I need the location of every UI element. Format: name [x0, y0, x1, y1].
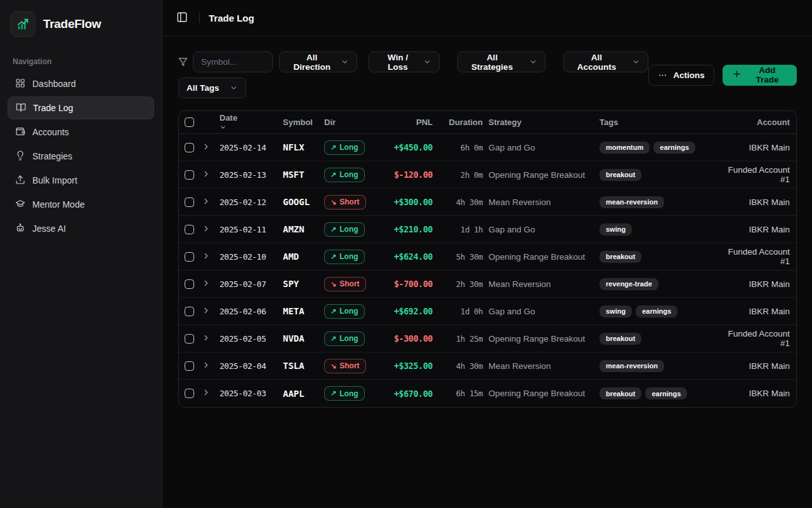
row-checkbox[interactable]: [185, 252, 194, 262]
table-row[interactable]: 2025-02-04 TSLA ↘Short +$325.00 4h 30m M…: [179, 352, 796, 380]
row-checkbox[interactable]: [185, 334, 194, 344]
chevron-right-icon: [202, 224, 211, 235]
sidebar-item-accounts[interactable]: Accounts: [8, 121, 154, 144]
accounts-filter-dropdown[interactable]: All Accounts: [563, 51, 649, 72]
row-expand-button[interactable]: [202, 142, 211, 153]
row-pnl: +$624.00: [381, 251, 437, 262]
graduation-cap-icon: [15, 199, 25, 211]
trade-table-header: Date Symbol Dir PNL Duration Strategy Ta…: [179, 111, 796, 134]
row-tags: breakout: [595, 333, 726, 345]
row-strategy: Mean Reversion: [483, 361, 595, 371]
row-expand-button[interactable]: [202, 197, 211, 208]
sidebar-item-label: Accounts: [32, 127, 69, 137]
direction-badge: ↗Long: [324, 222, 365, 237]
row-symbol: SPY: [283, 279, 324, 289]
tag-pill: earnings: [645, 387, 687, 399]
sidebar-item-label: Jesse AI: [32, 224, 66, 234]
direction-filter-dropdown[interactable]: All Direction: [279, 51, 357, 72]
row-checkbox[interactable]: [185, 225, 194, 234]
filter-row-2: All Tags: [178, 77, 648, 98]
brand: TradeFlow: [8, 8, 154, 41]
row-expand-button[interactable]: [202, 333, 211, 344]
row-expand-button[interactable]: [202, 251, 211, 262]
table-row[interactable]: 2025-02-07 SPY ↘Short $-700.00 2h 30m Me…: [179, 271, 796, 298]
row-pnl: +$450.00: [381, 142, 437, 152]
add-trade-button[interactable]: Add Trade: [723, 65, 797, 86]
ellipsis-icon: [658, 70, 667, 80]
sidebar-toggle-button[interactable]: [174, 10, 190, 26]
row-symbol: GOOGL: [283, 197, 324, 207]
row-strategy: Gap and Go: [483, 307, 595, 316]
plus-icon: [732, 69, 742, 81]
direction-label: Long: [339, 334, 358, 343]
table-row[interactable]: 2025-02-06 META ↗Long +$692.00 1d 0h Gap…: [179, 298, 796, 325]
row-date: 2025-02-10: [219, 252, 283, 262]
sidebar-item-label: Dashboard: [32, 79, 76, 89]
book-open-icon: [16, 102, 26, 114]
direction-label: Long: [339, 389, 358, 398]
row-expand-button[interactable]: [202, 279, 211, 290]
page-title: Trade Log: [209, 13, 254, 23]
row-strategy: Mean Reversion: [483, 279, 595, 289]
actions-button[interactable]: Actions: [648, 65, 714, 86]
row-checkbox[interactable]: [185, 279, 194, 289]
row-symbol: AAPL: [283, 389, 324, 399]
column-header-duration: Duration: [437, 117, 483, 127]
row-date: 2025-02-12: [219, 197, 283, 207]
row-symbol: TSLA: [283, 361, 324, 371]
tags-filter-dropdown[interactable]: All Tags: [178, 77, 246, 98]
direction-label: Long: [339, 252, 358, 261]
row-checkbox[interactable]: [185, 389, 194, 398]
tag-pill: breakout: [599, 387, 641, 399]
table-row[interactable]: 2025-02-05 NVDA ↗Long $-300.00 1h 25m Op…: [179, 325, 796, 352]
row-checkbox[interactable]: [185, 361, 194, 371]
brand-name: TradeFlow: [43, 17, 101, 31]
sidebar-item-jesse-ai[interactable]: Jesse AI: [8, 217, 154, 240]
strategies-filter-dropdown[interactable]: All Strategies: [457, 51, 546, 72]
row-checkbox[interactable]: [185, 307, 194, 316]
table-row[interactable]: 2025-02-12 GOOGL ↘Short +$300.00 4h 30m …: [179, 189, 796, 216]
row-duration: 1h 25m: [437, 334, 483, 344]
sidebar-item-dashboard[interactable]: Dashboard: [8, 72, 154, 95]
row-expand-button[interactable]: [202, 388, 211, 399]
table-row[interactable]: 2025-02-11 AMZN ↗Long +$210.00 1d 1h Gap…: [179, 216, 796, 243]
symbol-search-input[interactable]: [193, 51, 273, 72]
direction-arrow-icon: ↘: [331, 362, 336, 370]
row-expand-button[interactable]: [202, 306, 211, 317]
wallet-icon: [15, 126, 25, 138]
table-row[interactable]: 2025-02-13 MSFT ↗Long $-120.00 2h 0m Ope…: [179, 161, 796, 189]
row-expand-button[interactable]: [202, 170, 211, 180]
row-checkbox[interactable]: [185, 143, 194, 152]
sidebar-nav: Dashboard Trade Log Accounts Strategies …: [8, 72, 154, 240]
row-duration: 6h 15m: [437, 389, 483, 398]
row-checkbox[interactable]: [185, 170, 194, 180]
bot-icon: [15, 223, 25, 235]
row-expand-button[interactable]: [202, 361, 211, 371]
row-strategy: Opening Range Breakout: [483, 334, 595, 344]
sidebar-item-label: Trade Log: [33, 103, 73, 113]
sidebar-item-mentor-mode[interactable]: Mentor Mode: [8, 193, 154, 216]
winloss-filter-dropdown[interactable]: Win / Loss: [369, 51, 440, 72]
row-tags: mean-reversion: [595, 196, 726, 208]
sidebar-item-strategies[interactable]: Strategies: [8, 145, 154, 168]
column-header-date[interactable]: Date: [219, 114, 283, 130]
sidebar-item-trade-log[interactable]: Trade Log: [8, 97, 154, 119]
row-strategy: Mean Reversion: [483, 197, 595, 207]
row-expand-button[interactable]: [202, 224, 211, 235]
sidebar-item-bulk-import[interactable]: Bulk Import: [8, 169, 154, 192]
row-account: Funded Account #1: [726, 247, 796, 266]
table-row[interactable]: 2025-02-10 AMD ↗Long +$624.00 5h 30m Ope…: [179, 243, 796, 271]
column-header-tags: Tags: [595, 117, 726, 127]
content: All Direction Win / Loss All Strategies: [162, 36, 812, 408]
trade-table: Date Symbol Dir PNL Duration Strategy Ta…: [178, 110, 797, 408]
table-row[interactable]: 2025-02-03 AAPL ↗Long +$670.00 6h 15m Op…: [179, 380, 796, 407]
trade-table-body: 2025-02-14 NFLX ↗Long +$450.00 6h 0m Gap…: [179, 134, 796, 407]
row-pnl: $-300.00: [381, 333, 437, 344]
row-pnl: +$670.00: [381, 389, 437, 399]
row-checkbox[interactable]: [185, 197, 194, 207]
filter-bar: All Direction Win / Loss All Strategies: [178, 51, 797, 98]
select-all-checkbox[interactable]: [185, 117, 194, 127]
chevron-down-icon: [230, 84, 238, 92]
direction-badge: ↘Short: [324, 359, 366, 373]
table-row[interactable]: 2025-02-14 NFLX ↗Long +$450.00 6h 0m Gap…: [179, 134, 796, 161]
